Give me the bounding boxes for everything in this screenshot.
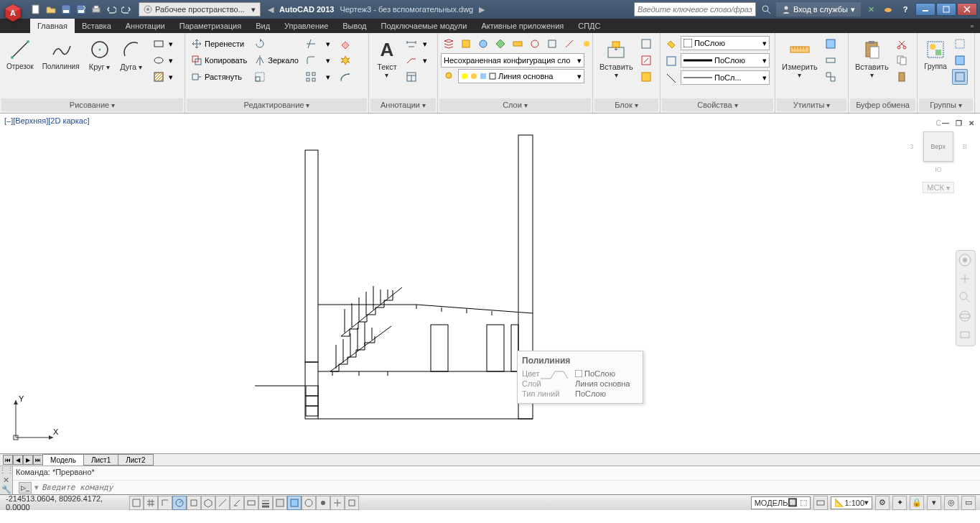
panel-annotation-title[interactable]: Аннотации ▾ — [370, 98, 436, 111]
ungroup-icon[interactable] — [952, 36, 968, 52]
panel-draw-title[interactable]: Рисование ▾ — [1, 98, 183, 111]
sb-snap-icon[interactable] — [129, 496, 144, 510]
search-icon[interactable] — [759, 2, 773, 17]
trim-icon[interactable] — [303, 36, 319, 52]
search-input[interactable] — [634, 2, 756, 17]
ellipse-dd[interactable]: ▾ — [167, 52, 175, 68]
sb-dyn-icon[interactable] — [244, 496, 258, 510]
util-icon2[interactable] — [823, 52, 839, 68]
viewcube-face[interactable]: Верх — [923, 131, 953, 162]
sb-lock-icon[interactable]: 🔒 — [910, 496, 924, 510]
print-icon[interactable] — [89, 2, 103, 17]
move-button[interactable]: Перенести — [188, 36, 250, 52]
panel-clipboard-title[interactable]: Буфер обмена — [850, 98, 915, 111]
hatch-icon[interactable] — [151, 69, 167, 85]
sb-lwt-icon[interactable] — [258, 496, 273, 510]
copy-button[interactable]: Копировать — [188, 52, 250, 68]
sb-qp-icon[interactable] — [287, 496, 302, 510]
zoom-icon[interactable] — [958, 291, 973, 305]
sb-iso-icon[interactable]: ◎ — [944, 496, 958, 510]
cloud-icon[interactable] — [881, 2, 895, 17]
tab-next-icon[interactable]: ▶ — [23, 455, 33, 465]
panel-modify-title[interactable]: Редактирование ▾ — [187, 98, 367, 111]
sb-am-icon[interactable] — [316, 496, 330, 510]
layer-btn7[interactable] — [544, 36, 560, 52]
app-menu-icon[interactable]: A — [0, 0, 26, 26]
group-edit-icon[interactable] — [952, 52, 968, 68]
dim-dd[interactable]: ▾ — [421, 36, 429, 52]
lineweight-dropdown[interactable]: ПоСлою▾ — [681, 53, 770, 68]
sb-tpy-icon[interactable] — [273, 496, 287, 510]
viewcube[interactable]: С З Верх В Ю МСК ▾ — [910, 119, 967, 198]
sb-btn15[interactable] — [330, 496, 345, 510]
tab-spds[interactable]: СПДС — [571, 19, 607, 33]
sb-polar-icon[interactable] — [172, 496, 187, 510]
rotate-button[interactable] — [251, 36, 302, 52]
panel-layers-title[interactable]: Слои ▾ — [439, 98, 591, 111]
tab-prev-icon[interactable]: ◀ — [13, 455, 23, 465]
save-icon[interactable] — [59, 2, 73, 17]
stretch-button[interactable]: Растянуть — [188, 69, 250, 85]
tab-view[interactable]: Вид — [248, 19, 277, 33]
create-block-icon[interactable] — [638, 36, 654, 52]
tab-last-icon[interactable]: ⏭ — [33, 455, 43, 465]
minimize-button[interactable] — [915, 3, 935, 16]
props-icon2[interactable] — [663, 53, 679, 69]
open-icon[interactable] — [44, 2, 58, 17]
layer-btn4[interactable] — [493, 36, 508, 52]
ribbon-minimize-icon[interactable]: ▫ — [964, 19, 980, 33]
panel-utils-title[interactable]: Утилиты ▾ — [777, 98, 846, 111]
tab-manage[interactable]: Управление — [277, 19, 335, 33]
tab-home[interactable]: Главная — [30, 19, 75, 33]
navigation-bar[interactable] — [956, 250, 976, 346]
measure-button[interactable]: Измерить▾ — [778, 36, 821, 81]
command-input[interactable] — [42, 483, 977, 492]
leader-dd[interactable]: ▾ — [421, 52, 429, 68]
sb-btn16[interactable] — [345, 496, 359, 510]
layer-btn8[interactable] — [561, 36, 577, 52]
exchange-icon[interactable]: ✕ — [864, 2, 878, 17]
line-button[interactable]: Отрезок — [3, 36, 37, 73]
layer-state-dropdown[interactable]: Несохраненная конфигурация сло▾ — [441, 53, 584, 68]
saveas-icon[interactable] — [74, 2, 88, 17]
modify-icon-5[interactable]: ▾ — [320, 69, 336, 85]
util-icon3[interactable] — [823, 69, 839, 85]
fillet-icon[interactable] — [303, 52, 319, 68]
redo-icon[interactable] — [119, 2, 134, 17]
hatch-dd[interactable]: ▾ — [167, 69, 175, 85]
sheet-tab-2[interactable]: Лист2 — [118, 454, 153, 466]
nav-wheel-icon[interactable] — [958, 254, 973, 268]
modify-icon-3[interactable]: ▾ — [320, 52, 336, 68]
clip-icon3[interactable] — [894, 69, 910, 85]
cmd-prompt-icon[interactable]: ▷_ — [19, 482, 32, 494]
tab-annotate[interactable]: Аннотации — [118, 19, 172, 33]
table-icon[interactable] — [403, 69, 419, 85]
workspace-dropdown[interactable]: Рабочее пространство... ▾ — [139, 2, 261, 17]
sb-ducs-icon[interactable] — [230, 496, 244, 510]
sb-grid-icon[interactable] — [144, 496, 158, 510]
sb-osnap-icon[interactable] — [187, 496, 201, 510]
ellipse-icon[interactable] — [151, 52, 167, 68]
drawing-canvas[interactable]: [–][Верхняя][2D каркас] — ❐ ✕ — [0, 114, 980, 453]
sheet-tab-1[interactable]: Лист1 — [83, 454, 118, 466]
sb-ws-icon[interactable]: ✦ — [892, 496, 907, 510]
linetype-dropdown[interactable]: ПоСл...▾ — [681, 70, 770, 85]
cut-icon[interactable] — [894, 36, 910, 52]
new-icon[interactable] — [29, 2, 43, 17]
help-icon[interactable]: ? — [898, 2, 913, 17]
wcs-dropdown[interactable]: МСК ▾ — [923, 182, 954, 193]
edit-block-icon[interactable] — [638, 52, 654, 68]
match-props-icon[interactable] — [663, 36, 679, 52]
close-button[interactable] — [957, 3, 977, 16]
tab-insert[interactable]: Вставка — [75, 19, 118, 33]
annotation-scale[interactable]: 📐 1:100 ▾ — [831, 496, 872, 509]
cmd-wrench-icon[interactable]: 🔧 — [1, 485, 11, 494]
scale-button[interactable] — [251, 69, 302, 85]
tab-output[interactable]: Вывод — [335, 19, 373, 33]
orbit-icon[interactable] — [958, 310, 973, 324]
coordinates-display[interactable]: -214513.0604, 80926.4172, 0.0000 — [0, 494, 129, 512]
panel-props-title[interactable]: Свойства ▾ — [662, 98, 773, 111]
layer-btn6[interactable] — [527, 36, 543, 52]
sb-hw-icon[interactable]: ▾ — [927, 496, 941, 510]
rect-dd[interactable]: ▾ — [167, 36, 175, 52]
